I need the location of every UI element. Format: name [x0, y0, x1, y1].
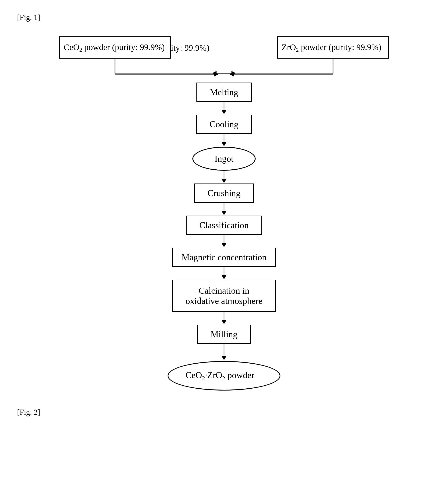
arrow6: [218, 267, 230, 280]
final-product-label: CeO2·ZrO2 powder: [168, 361, 280, 391]
svg-marker-30: [221, 211, 227, 215]
arrow4: [218, 203, 230, 216]
arrow8: [218, 344, 230, 361]
arrow2: [218, 134, 230, 147]
crushing-label: Crushing: [194, 183, 254, 203]
svg-text:CeO2 powder (purity: 99.9%): CeO2 powder (purity: 99.9%): [64, 42, 165, 53]
crushing-box: Crushing: [194, 183, 254, 203]
svg-text:CeO2·ZrO2 powder: CeO2·ZrO2 powder: [185, 370, 254, 381]
magnetic-concentration-label: Magnetic concentration: [172, 248, 276, 267]
svg-marker-28: [221, 179, 227, 183]
classification-label: Classification: [186, 216, 262, 235]
cooling-box: Cooling: [196, 115, 252, 134]
svg-marker-32: [221, 243, 227, 247]
magnetic-concentration-box: Magnetic concentration: [172, 248, 276, 267]
milling-label: Milling: [197, 325, 251, 344]
arrow1: [218, 102, 230, 115]
svg-marker-24: [221, 110, 227, 114]
arrow5: [218, 235, 230, 248]
ingot-label: Ingot: [192, 147, 256, 171]
classification-box: Classification: [186, 216, 262, 235]
final-product-text-svg: CeO2·ZrO2 powder: [185, 368, 263, 381]
calcination-box: Calcination in oxidative atmosphere: [172, 280, 276, 312]
top-inputs-svg: CeO2 powder (purity: 99.9%) ZrO2 powder …: [53, 30, 395, 86]
arrow3: [218, 171, 230, 183]
fig1-label: [Fig. 1]: [17, 13, 431, 22]
final-product-box: CeO2·ZrO2 powder: [168, 361, 280, 391]
svg-marker-34: [221, 275, 227, 279]
svg-marker-22: [229, 72, 234, 76]
svg-marker-36: [221, 320, 227, 324]
cooling-label: Cooling: [196, 115, 252, 134]
svg-marker-38: [221, 356, 227, 360]
diagram: CeO 2 powder (purity: 99.9%): [17, 30, 431, 391]
ingot-box: Ingot: [192, 147, 256, 171]
calcination-label: Calcination in oxidative atmosphere: [172, 280, 276, 312]
svg-marker-19: [214, 72, 219, 76]
fig2-label: [Fig. 2]: [17, 408, 431, 417]
arrow7: [218, 312, 230, 325]
milling-box: Milling: [197, 325, 251, 344]
svg-marker-26: [221, 142, 227, 146]
